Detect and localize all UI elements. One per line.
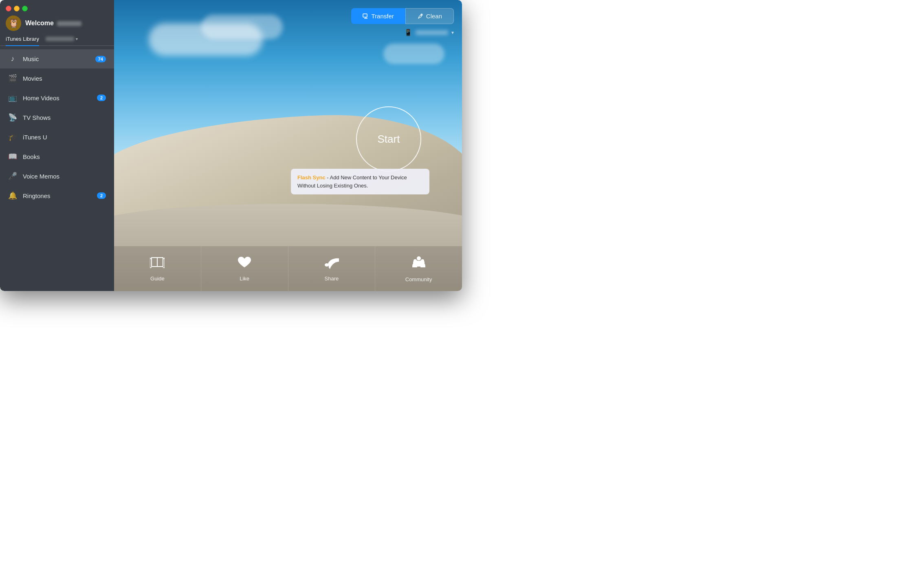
tv-shows-icon: 📡 bbox=[8, 113, 17, 122]
start-label: Start bbox=[378, 133, 400, 146]
tab-itunes-label: iTunes Library bbox=[6, 36, 39, 42]
avatar: 🦉 bbox=[6, 15, 21, 31]
sidebar-item-movies[interactable]: 🎬 Movies bbox=[0, 68, 114, 88]
community-button[interactable]: Community bbox=[375, 246, 462, 291]
music-badge: 74 bbox=[95, 56, 106, 62]
sidebar: 🦉 Welcome iTunes Library ▾ ♪ Music 74 bbox=[0, 0, 114, 291]
sidebar-item-books[interactable]: 📖 Books bbox=[0, 147, 114, 166]
itunes-u-label: iTunes U bbox=[23, 134, 106, 141]
device-selector[interactable]: 📱 ▾ bbox=[404, 29, 454, 36]
cloud-decoration-3 bbox=[383, 44, 444, 64]
clean-icon bbox=[417, 13, 424, 20]
books-label: Books bbox=[23, 153, 106, 160]
transfer-icon bbox=[363, 13, 369, 20]
sidebar-item-home-videos[interactable]: 📺 Home Videos 2 bbox=[0, 88, 114, 108]
share-label: Share bbox=[325, 276, 339, 282]
maximize-button[interactable] bbox=[22, 6, 28, 11]
community-icon bbox=[411, 255, 426, 273]
username-label: Welcome bbox=[25, 20, 81, 27]
guide-label: Guide bbox=[150, 276, 165, 282]
device-name bbox=[416, 30, 448, 35]
start-button[interactable]: Start bbox=[356, 106, 421, 172]
device-chevron-icon: ▾ bbox=[451, 30, 454, 35]
sidebar-item-tv-shows[interactable]: 📡 TV Shows bbox=[0, 108, 114, 127]
transfer-label: Transfer bbox=[372, 13, 394, 20]
voice-memos-icon: 🎤 bbox=[8, 172, 17, 181]
library-tabs: iTunes Library ▾ bbox=[0, 36, 114, 46]
share-button[interactable]: Share bbox=[288, 246, 376, 291]
phone-icon: 📱 bbox=[404, 29, 412, 36]
sidebar-item-voice-memos[interactable]: 🎤 Voice Memos bbox=[0, 166, 114, 186]
titlebar bbox=[0, 0, 114, 15]
itunes-u-icon: 🎓 bbox=[8, 132, 17, 141]
flash-sync-label: Flash Sync bbox=[297, 174, 326, 181]
ringtones-label: Ringtones bbox=[23, 192, 91, 199]
close-button[interactable] bbox=[6, 6, 11, 11]
sidebar-item-music[interactable]: ♪ Music 74 bbox=[0, 49, 114, 68]
clean-label: Clean bbox=[426, 13, 442, 20]
movies-label: Movies bbox=[23, 75, 106, 82]
svg-point-3 bbox=[417, 256, 421, 260]
like-icon bbox=[237, 256, 252, 272]
header-bar: Transfer Clean bbox=[351, 8, 454, 24]
username-text: Welcome bbox=[25, 20, 54, 26]
share-icon bbox=[324, 256, 339, 272]
svg-point-2 bbox=[325, 263, 329, 267]
transfer-button[interactable]: Transfer bbox=[351, 8, 405, 24]
tab-itunes-library[interactable]: iTunes Library bbox=[6, 36, 39, 46]
cloud-decoration-2 bbox=[201, 15, 283, 39]
flash-sync-tooltip: Flash Sync - Add New Content to Your Dev… bbox=[291, 169, 429, 194]
tab-device[interactable]: ▾ bbox=[46, 37, 78, 44]
ringtones-icon: 🔔 bbox=[8, 191, 17, 200]
like-label: Like bbox=[240, 276, 249, 282]
clean-button[interactable]: Clean bbox=[405, 8, 454, 24]
movies-icon: 🎬 bbox=[8, 74, 17, 83]
app-container: 🦉 Welcome iTunes Library ▾ ♪ Music 74 bbox=[0, 0, 462, 291]
svg-rect-0 bbox=[363, 14, 367, 17]
chevron-down-icon: ▾ bbox=[76, 37, 78, 41]
sidebar-nav: ♪ Music 74 🎬 Movies 📺 Home Videos 2 📡 TV… bbox=[0, 48, 114, 291]
avatar-icon: 🦉 bbox=[8, 18, 19, 29]
guide-button[interactable]: Guide bbox=[114, 246, 201, 291]
guide-icon bbox=[150, 256, 165, 272]
like-button[interactable]: Like bbox=[201, 246, 288, 291]
svg-point-5 bbox=[421, 259, 424, 262]
home-videos-label: Home Videos bbox=[23, 95, 91, 101]
music-icon: ♪ bbox=[8, 55, 17, 63]
main-content: Transfer Clean 📱 ▾ Start Flash Sync bbox=[114, 0, 462, 291]
ringtones-badge: 2 bbox=[97, 192, 106, 199]
user-section: 🦉 Welcome bbox=[0, 15, 114, 36]
traffic-lights bbox=[6, 6, 28, 11]
sidebar-item-itunes-u[interactable]: 🎓 iTunes U bbox=[0, 127, 114, 147]
books-icon: 📖 bbox=[8, 152, 17, 161]
svg-point-4 bbox=[414, 259, 417, 262]
tv-shows-label: TV Shows bbox=[23, 114, 106, 121]
sidebar-item-ringtones[interactable]: 🔔 Ringtones 2 bbox=[0, 186, 114, 205]
bottom-bar: Guide Like Share bbox=[114, 246, 462, 291]
device-name-blur bbox=[46, 37, 74, 41]
home-videos-icon: 📺 bbox=[8, 93, 17, 102]
start-button-container: Start bbox=[356, 106, 421, 172]
music-label: Music bbox=[23, 55, 90, 62]
community-label: Community bbox=[405, 276, 432, 282]
username-blur bbox=[57, 21, 81, 26]
voice-memos-label: Voice Memos bbox=[23, 173, 106, 180]
minimize-button[interactable] bbox=[14, 6, 20, 11]
home-videos-badge: 2 bbox=[97, 95, 106, 101]
